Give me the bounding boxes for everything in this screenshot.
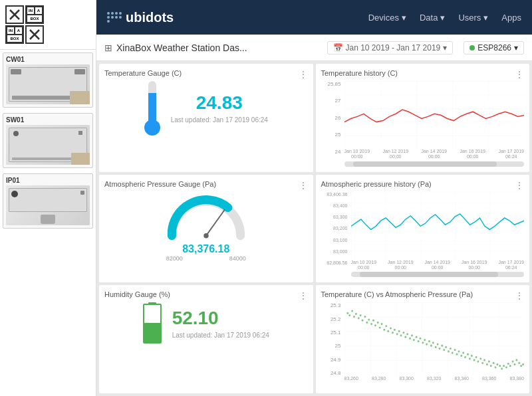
nav-item-apps[interactable]: Apps [501,13,521,23]
battery-icon-container [143,302,162,344]
svg-point-15 [359,314,361,316]
temp-gauge-values: 24.83 Last updated: Jan 17 2019 06:24 [171,92,268,124]
svg-point-40 [412,339,414,341]
pressure-gauge-labels: 82000 84000 [166,255,246,262]
svg-point-49 [432,342,434,344]
nav-logo: ubidots [107,10,174,25]
nav-items: Devices ▾ Data ▾ Users ▾ Apps [368,13,521,23]
svg-point-47 [428,340,430,342]
nav-item-devices[interactable]: Devices ▾ [368,13,406,23]
subheader-device[interactable]: ESP8266 ▾ [464,41,524,54]
pressure-gauge-arc [160,192,253,242]
widget-menu-icon-5[interactable]: ⋮ [299,290,308,301]
dashboard: Temperature Gauge (C) ⋮ 24.83 Last updat… [96,61,532,396]
widget-menu-icon-2[interactable]: ⋮ [515,69,524,80]
y-label-1: 27 [335,98,341,104]
logo-cell-a: A [35,7,43,15]
svg-point-54 [443,349,445,351]
widget-pressure-history-title: Atmospheric pressure history (Pa) [321,180,525,188]
svg-point-27 [385,326,387,328]
device-card-ip01[interactable]: IP01 [3,173,93,229]
scatter-chart-area [344,302,525,375]
temp-history-chart: 25.85 27 26 25 24 [321,81,525,168]
svg-point-79 [496,363,498,365]
svg-point-73 [483,359,485,361]
svg-point-16 [361,320,363,322]
svg-point-88 [515,359,517,361]
svg-point-61 [458,351,460,353]
nav-item-users[interactable]: Users ▾ [458,13,488,23]
widget-pressure-history: Atmospheric pressure history (Pa) ⋮ 83,4… [316,175,530,283]
subheader-date[interactable]: 📅 Jan 10 2019 - Jan 17 2019 ▾ [327,41,454,54]
svg-point-19 [368,319,370,321]
pressure-gauge-value: 83,376.18 [182,243,229,255]
svg-point-46 [426,344,428,346]
device-card-cw01[interactable]: CW01 [3,52,93,108]
svg-point-6 [203,233,209,239]
svg-point-13 [354,313,356,315]
pressure-chart-area [351,192,525,260]
widget-menu-icon[interactable]: ⋮ [299,69,308,80]
widget-menu-icon-6[interactable]: ⋮ [515,290,524,301]
svg-point-12 [353,316,355,318]
x-label-1: Jan 12 201900:00 [382,149,408,160]
widget-menu-icon-3[interactable]: ⋮ [299,180,308,191]
svg-point-89 [518,362,520,364]
x-label-3: Jan 16 201900:00 [460,149,485,160]
svg-point-64 [464,356,466,358]
device-image-cw01 [6,64,90,104]
svg-point-86 [511,361,513,363]
svg-point-50 [434,346,436,348]
x-logo-box [5,5,24,24]
widget-humidity-gauge: Humidity Gauge (%) ⋮ 52.10 Last updated:… [99,285,313,393]
svg-point-74 [486,363,488,365]
device-image-sw01 [6,125,90,165]
device-card-sw01[interactable]: SW01 [3,113,93,168]
y-label-2: 26 [335,115,341,121]
pressure-history-range-slider[interactable] [351,272,525,278]
y-label-4: 24 [335,149,341,155]
nav-item-data[interactable]: Data ▾ [420,13,445,23]
scatter-y-axis: 25.3 25.2 25.1 25 24.9 24.8 [321,302,342,376]
chevron-down-icon-device: ▾ [514,43,518,52]
svg-point-78 [494,367,496,369]
pressure-gauge-max: 84000 [229,255,246,262]
humidity-gauge-content: 52.10 Last updated: Jan 17 2019 06:24 [104,302,308,344]
svg-point-68 [473,359,475,361]
svg-point-63 [462,352,464,354]
svg-point-84 [507,363,509,365]
svg-point-39 [410,335,412,337]
main-content: ubidots Devices ▾ Data ▾ Users ▾ Apps ⊞ … [96,0,532,396]
ina-box-logo: IN A BOX [25,5,44,24]
widget-scatter-title: Temperature (C) vs Atmospheric Pressure … [321,290,525,298]
scatter-chart: 25.3 25.2 25.1 25 24.9 24.8 [321,302,525,389]
chevron-down-icon: ▾ [402,13,406,23]
svg-point-41 [415,336,417,338]
svg-point-59 [454,349,456,351]
svg-point-17 [364,316,366,318]
nav-dots-icon [107,12,122,23]
y-label-3: 25 [335,132,341,138]
svg-point-10 [348,314,350,316]
ina-box-logo2: IN A BOX [5,25,24,44]
pressure-gauge-min: 82000 [166,255,183,262]
widget-menu-icon-4[interactable]: ⋮ [515,180,524,191]
temp-history-range-slider[interactable] [344,161,525,168]
device-label-sw01: SW01 [6,116,90,124]
temp-gauge-value: 24.83 [171,92,268,114]
temp-history-y-axis: 25.85 27 26 25 24 [321,81,342,155]
widget-temp-history: Temperature history (C) ⋮ 25.85 27 26 25… [316,64,530,172]
thermometer-icon [144,81,160,134]
svg-point-71 [479,357,481,359]
temp-gauge-content: 24.83 Last updated: Jan 17 2019 06:24 [104,81,308,134]
svg-point-87 [513,363,515,365]
x-label-4: Jan 17 201906:24 [498,149,524,160]
temp-history-x-axis: Jan 10 201900:00 Jan 12 201900:00 Jan 14… [344,149,525,160]
grid-icon: ⊞ [104,43,112,53]
calendar-icon: 📅 [333,43,343,52]
temp-gauge-updated: Last updated: Jan 17 2019 06:24 [171,116,268,124]
svg-point-90 [520,365,522,367]
svg-point-80 [499,365,501,367]
x-logo-box2 [25,25,44,44]
chevron-down-icon-users: ▾ [483,13,488,23]
